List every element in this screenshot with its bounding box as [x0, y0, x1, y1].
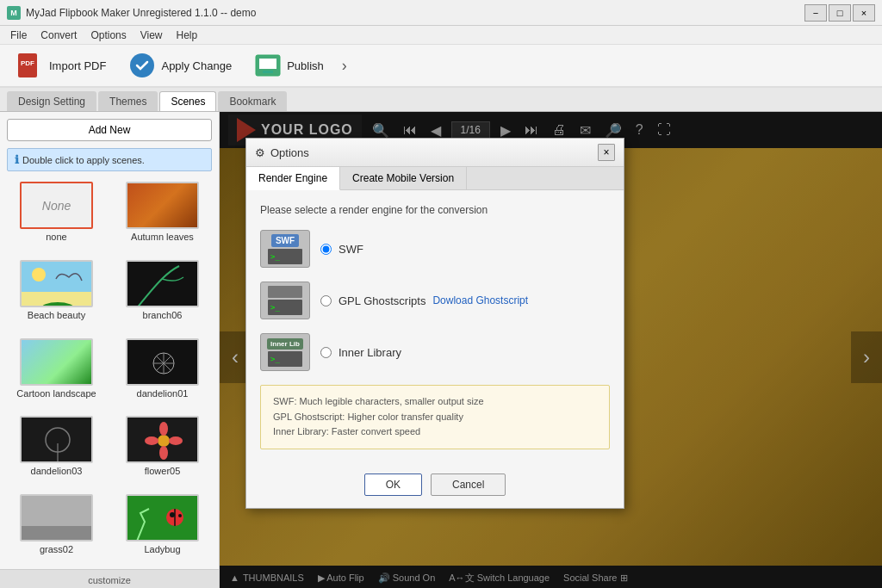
info-line-1: SWF: Much legible characters, smaller ou… [273, 394, 597, 410]
menu-options[interactable]: Options [84, 28, 133, 43]
dialog-header: ⚙ Options × [246, 139, 624, 167]
customize-bar[interactable]: customize [0, 569, 219, 588]
window-controls[interactable]: − □ × [804, 4, 875, 22]
inner-lib-radio-label[interactable]: Inner Library [339, 346, 401, 359]
svg-point-23 [145, 436, 158, 445]
list-item[interactable]: Ladybug [113, 494, 212, 566]
svg-rect-26 [22, 526, 93, 542]
svg-point-9 [32, 268, 46, 282]
dialog-close-button[interactable]: × [598, 144, 615, 161]
info-line-3: Inner Library: Faster convert speed [273, 424, 597, 440]
toolbar-arrow[interactable]: › [337, 57, 352, 75]
apply-change-icon [128, 52, 156, 79]
info-line-2: GPL Ghostscript: Higher color transfer q… [273, 410, 597, 425]
list-item[interactable]: flower05 [113, 416, 212, 487]
menu-bar: File Convert Options View Help [0, 26, 882, 45]
info-icon: ℹ [15, 153, 19, 166]
dialog-overlay: ⚙ Options × Render Engine Create Mobile … [220, 112, 882, 588]
app-title: MyJad Flipbook Maker Unregistered 1.1.0 … [26, 7, 256, 19]
list-item[interactable]: Cartoon landscape [7, 338, 106, 410]
info-bar: ℹ Double click to apply scenes. [7, 148, 212, 171]
title-bar: M MyJad Flipbook Maker Unregistered 1.1.… [0, 0, 882, 26]
list-item[interactable]: Beach beauty [7, 260, 106, 331]
toolbar: PDF Import PDF Apply Change Publish › [0, 45, 882, 88]
tab-bookmark[interactable]: Bookmark [218, 91, 287, 111]
list-item[interactable]: None none [7, 182, 106, 253]
import-pdf-button[interactable]: PDF Import PDF [7, 47, 115, 84]
list-item[interactable]: dandelion01 [113, 338, 212, 410]
scene-thumbnail [126, 338, 199, 386]
inner-lib-radio[interactable] [320, 347, 332, 358]
title-bar-left: M MyJad Flipbook Maker Unregistered 1.1.… [7, 6, 256, 20]
import-pdf-label: Import PDF [49, 59, 106, 72]
publish-icon [254, 52, 282, 79]
gpl-option: >_ GPL Ghostscripts Dowload Ghostscript [260, 282, 610, 319]
gpl-radio-label[interactable]: GPL Ghostscripts [339, 294, 425, 307]
gpl-radio-group: GPL Ghostscripts Dowload Ghostscript [320, 294, 528, 307]
svg-rect-5 [263, 71, 273, 73]
list-item[interactable]: dandelion03 [7, 416, 106, 487]
svg-point-2 [130, 53, 154, 77]
dialog-footer: OK Cancel [246, 463, 624, 508]
engine-info-box: SWF: Much legible characters, smaller ou… [260, 385, 610, 449]
scene-label: Ladybug [144, 544, 180, 554]
list-item[interactable]: branch06 [113, 260, 212, 331]
scene-label: none [46, 232, 66, 242]
scene-thumbnail [126, 416, 199, 463]
apply-change-label: Apply Change [161, 59, 232, 72]
info-text: Double click to apply scenes. [22, 155, 145, 165]
dialog-title: ⚙ Options [255, 146, 309, 159]
scene-thumbnail [20, 416, 93, 463]
preview-area: YOUR LOGO 🔍 ⏮ ◀ 1/16 ▶ ⏭ 🖨 ✉ 🔎 ? ⛶ ‹ › ▲ [220, 112, 882, 588]
dialog-tab-render-engine[interactable]: Render Engine [246, 167, 340, 190]
maximize-button[interactable]: □ [829, 4, 851, 22]
swf-radio[interactable] [320, 244, 332, 255]
list-item[interactable]: grass02 [7, 494, 106, 566]
gpl-icon: >_ [260, 282, 310, 319]
customize-label: customize [88, 575, 131, 585]
scene-label: Cartoon landscape [16, 388, 96, 399]
scene-thumbnail [126, 260, 199, 307]
scene-label: flower05 [145, 466, 181, 476]
ok-button[interactable]: OK [364, 473, 422, 496]
dialog-tabs: Render Engine Create Mobile Version [246, 167, 624, 190]
publish-button[interactable]: Publish [245, 47, 333, 84]
tab-themes[interactable]: Themes [98, 91, 158, 111]
download-ghostscript-link[interactable]: Dowload Ghostscript [432, 294, 528, 306]
left-panel: Add New ℹ Double click to apply scenes. … [0, 112, 220, 588]
swf-icon: SWF >_ [260, 230, 310, 268]
close-button[interactable]: × [853, 4, 875, 22]
dialog-tab-mobile[interactable]: Create Mobile Version [340, 167, 467, 189]
tab-scenes[interactable]: Scenes [159, 91, 216, 111]
swf-icon-label: SWF [271, 234, 299, 247]
menu-file[interactable]: File [3, 28, 34, 43]
list-item[interactable]: Autumn leaves [113, 182, 212, 253]
options-dialog: ⚙ Options × Render Engine Create Mobile … [245, 138, 624, 509]
tab-design-setting[interactable]: Design Setting [7, 91, 96, 111]
gpl-radio[interactable] [320, 295, 332, 306]
cancel-button[interactable]: Cancel [431, 473, 506, 496]
gear-icon: ⚙ [255, 146, 265, 159]
scene-thumbnail [20, 260, 93, 307]
scene-thumbnail [126, 182, 199, 229]
scene-label: branch06 [143, 310, 183, 320]
minimize-button[interactable]: − [804, 4, 827, 22]
app-icon: M [7, 6, 21, 20]
menu-view[interactable]: View [134, 28, 170, 43]
add-new-button[interactable]: Add New [7, 119, 212, 141]
menu-convert[interactable]: Convert [34, 28, 84, 43]
svg-rect-4 [259, 59, 276, 69]
scene-label: Beach beauty [28, 310, 85, 320]
menu-help[interactable]: Help [170, 28, 205, 43]
scene-label: grass02 [40, 544, 73, 554]
dialog-subtitle: Please selecte a render engine for the c… [260, 204, 610, 216]
svg-point-22 [159, 446, 168, 460]
apply-change-button[interactable]: Apply Change [119, 47, 241, 84]
scene-thumbnail [126, 494, 199, 542]
svg-point-30 [178, 514, 182, 517]
inner-lib-option: Inner Lib >_ Inner Library [260, 333, 610, 371]
scene-thumbnail [20, 494, 93, 542]
svg-point-29 [170, 512, 175, 517]
swf-radio-label[interactable]: SWF [339, 243, 363, 256]
scenes-grid: None none Autumn leaves [0, 178, 219, 569]
